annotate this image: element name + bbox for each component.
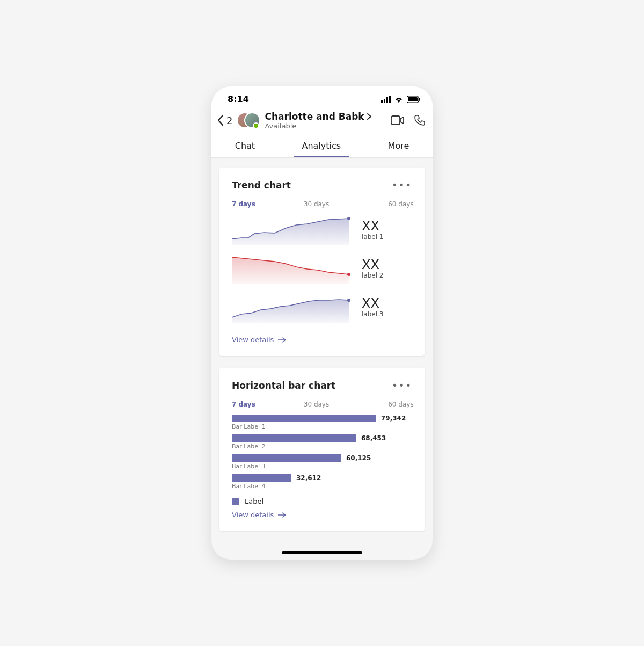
bar-value: 60,125: [346, 454, 371, 462]
svg-rect-7: [391, 116, 400, 125]
svg-rect-0: [381, 100, 383, 103]
trend-row: XX label 3: [232, 292, 412, 323]
card-title: Trend chart: [232, 180, 291, 191]
bar-chart: 79,342Bar Label 168,453Bar Label 260,125…: [232, 415, 412, 490]
range-7days[interactable]: 7 days: [232, 200, 255, 208]
svg-rect-3: [389, 96, 391, 103]
chart-legend: Label: [232, 497, 412, 505]
sparkline-chart: [232, 292, 350, 323]
bar-value: 79,342: [381, 415, 406, 422]
avatar-group[interactable]: [237, 111, 260, 130]
back-button[interactable]: 2: [217, 114, 232, 126]
chat-title: Charlotte and Babk: [265, 111, 364, 122]
header-title-block[interactable]: Charlotte and Babk Available: [265, 111, 386, 130]
battery-icon: [407, 96, 421, 103]
content-area: Trend chart ••• 7 days 30 days 60 days X…: [211, 158, 433, 546]
bar: [232, 415, 376, 422]
chat-header: 2 Charlotte and Babk Available: [211, 107, 433, 135]
arrow-right-icon: [278, 512, 287, 518]
cellular-icon: [381, 96, 391, 103]
svg-rect-6: [419, 98, 420, 101]
svg-rect-1: [384, 99, 385, 103]
svg-rect-2: [386, 97, 388, 103]
arrow-right-icon: [278, 337, 287, 343]
trend-row: XX label 2: [232, 253, 412, 284]
back-count: 2: [226, 115, 232, 126]
view-details-label: View details: [232, 336, 274, 344]
sparkline-chart: [232, 253, 350, 284]
wifi-icon: [394, 96, 404, 103]
bar-label: Bar Label 2: [232, 443, 412, 450]
legend-swatch: [232, 498, 239, 505]
bar-label: Bar Label 1: [232, 423, 412, 430]
metric-label: label 2: [362, 272, 383, 279]
range-selector: 7 days 30 days 60 days: [232, 200, 412, 208]
bar-row: 60,125Bar Label 3: [232, 454, 412, 470]
card-overflow-button[interactable]: •••: [392, 380, 412, 391]
audio-call-icon[interactable]: [414, 115, 425, 126]
bar: [232, 474, 291, 482]
card-overflow-button[interactable]: •••: [392, 179, 412, 191]
range-7days[interactable]: 7 days: [232, 401, 255, 408]
video-call-icon[interactable]: [391, 115, 405, 125]
tab-chat[interactable]: Chat: [231, 135, 259, 157]
bar-value: 68,453: [361, 434, 386, 442]
tab-bar: Chat Analytics More: [211, 135, 433, 158]
trend-metric: XX label 1: [362, 219, 383, 241]
chevron-left-icon: [217, 114, 224, 126]
bar-label: Bar Label 4: [232, 483, 412, 490]
tab-analytics[interactable]: Analytics: [298, 135, 346, 157]
status-time: 8:14: [228, 94, 249, 104]
bar: [232, 434, 356, 442]
range-selector: 7 days 30 days 60 days: [232, 401, 412, 408]
trend-chart-card: Trend chart ••• 7 days 30 days 60 days X…: [219, 168, 425, 356]
bar-row: 79,342Bar Label 1: [232, 415, 412, 430]
card-title: Horizontal bar chart: [232, 380, 335, 391]
metric-value: XX: [362, 219, 383, 233]
range-30days[interactable]: 30 days: [304, 200, 329, 208]
svg-rect-5: [408, 97, 418, 101]
range-60days[interactable]: 60 days: [388, 200, 413, 208]
bar-chart-card: Horizontal bar chart ••• 7 days 30 days …: [219, 368, 425, 531]
presence-text: Available: [265, 122, 386, 130]
trend-row: XX label 1: [232, 214, 412, 245]
metric-value: XX: [362, 258, 383, 272]
trend-metric: XX label 3: [362, 296, 383, 318]
presence-available-icon: [253, 122, 259, 129]
bar-row: 68,453Bar Label 2: [232, 434, 412, 450]
legend-label: Label: [245, 497, 264, 505]
status-bar: 8:14: [211, 86, 433, 107]
metric-label: label 1: [362, 233, 383, 241]
phone-frame: 8:14 2 Charlotte and Babk Available: [211, 86, 433, 560]
range-60days[interactable]: 60 days: [388, 401, 413, 408]
view-details-link[interactable]: View details: [232, 511, 287, 519]
status-icons: [381, 96, 421, 103]
bar-row: 32,612Bar Label 4: [232, 474, 412, 490]
chevron-right-icon: [367, 113, 372, 120]
sparkline-chart: [232, 214, 350, 245]
bar-value: 32,612: [296, 474, 321, 482]
bar: [232, 454, 341, 462]
tab-more[interactable]: More: [384, 135, 414, 157]
metric-value: XX: [362, 296, 383, 310]
trend-metric: XX label 2: [362, 258, 383, 279]
range-30days[interactable]: 30 days: [304, 401, 329, 408]
home-indicator[interactable]: [282, 551, 362, 554]
metric-label: label 3: [362, 310, 383, 318]
bar-label: Bar Label 3: [232, 463, 412, 470]
view-details-label: View details: [232, 511, 274, 519]
view-details-link[interactable]: View details: [232, 336, 287, 344]
